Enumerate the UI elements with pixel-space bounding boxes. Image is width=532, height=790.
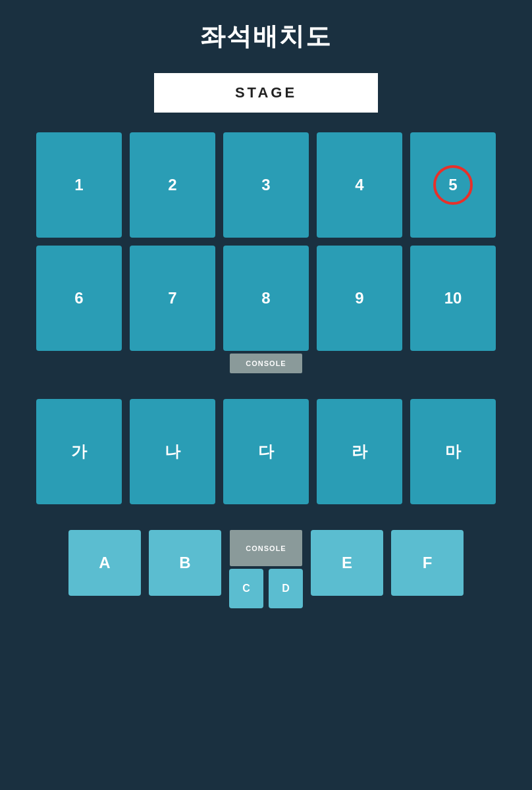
row-spacer [16,381,516,391]
section-9[interactable]: 9 [317,246,402,351]
section-da[interactable]: 다 [223,399,309,504]
section-10[interactable]: 10 [410,246,496,351]
cd-row: C D [229,569,303,608]
section-d[interactable]: D [269,569,303,608]
section-1[interactable]: 1 [36,132,122,238]
section-4[interactable]: 4 [317,132,402,238]
section-3[interactable]: 3 [223,132,309,238]
seating-layout: 1 2 3 4 5 6 7 8 CONSOLE 9 10 가 나 다 라 마 A… [16,132,516,608]
section-f[interactable]: F [391,530,464,596]
section-8[interactable]: 8 [223,246,309,351]
console-label-2: CONSOLE [230,530,302,566]
row-spacer-2 [16,512,516,522]
section-7[interactable]: 7 [130,246,215,351]
console2-wrapper: CONSOLE C D [229,530,303,608]
section-6[interactable]: 6 [36,246,122,351]
row-1: 1 2 3 4 5 [16,132,516,238]
section-b[interactable]: B [149,530,221,596]
row-3: 가 나 다 라 마 [16,399,516,504]
section-8-wrapper: 8 CONSOLE [223,246,309,373]
section-e[interactable]: E [311,530,383,596]
console-label-1: CONSOLE [230,354,302,373]
section-5[interactable]: 5 [410,132,496,238]
section-c[interactable]: C [229,569,263,608]
section-ma[interactable]: 마 [410,399,496,504]
stage-box: STAGE [154,73,378,113]
section-ga[interactable]: 가 [36,399,122,504]
row-2: 6 7 8 CONSOLE 9 10 [16,246,516,373]
section-2[interactable]: 2 [130,132,215,238]
page-title: 좌석배치도 [200,20,332,53]
row-4: A B CONSOLE C D E F [16,530,516,608]
section-a[interactable]: A [68,530,141,596]
section-ra[interactable]: 라 [317,399,402,504]
section-na[interactable]: 나 [130,399,215,504]
